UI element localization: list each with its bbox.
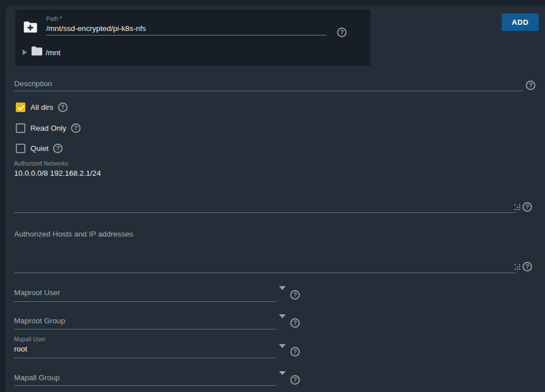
chevron-down-icon[interactable] (279, 371, 286, 375)
create-folder-icon (23, 20, 38, 36)
all-dirs-label: All dirs (30, 103, 54, 112)
maproot-user-select[interactable]: Maproot User (14, 286, 277, 302)
nfs-share-form-screen: Path * /mnt/ssd-encrypted/pi-k8s-nfs ? /… (0, 0, 545, 392)
maproot-user-help-icon[interactable]: ? (290, 290, 300, 300)
field-underline (14, 273, 516, 273)
authorized-networks-textarea[interactable]: Authorized Networks 10.0.0.0/8 192.168.2… (14, 159, 516, 213)
mapall-user-select[interactable]: Mapall User root (14, 335, 277, 358)
authorized-hosts-help-icon[interactable]: ? (522, 262, 532, 271)
question-glyph: ? (293, 292, 297, 298)
all-dirs-checkbox[interactable] (16, 103, 25, 112)
field-underline (14, 212, 516, 213)
tree-expander-icon[interactable] (23, 50, 27, 55)
read-only-checkbox[interactable] (16, 123, 25, 133)
authorized-networks-value: 10.0.0.0/8 192.168.2.1/24 (14, 169, 101, 177)
mapall-group-placeholder: Mapall Group (14, 373, 60, 382)
description-help-icon[interactable]: ? (526, 81, 535, 90)
mapall-user-label: Mapall User (14, 336, 46, 342)
maproot-group-placeholder: Maproot Group (14, 317, 65, 325)
question-glyph: ? (74, 125, 78, 131)
description-input[interactable]: Description (14, 75, 523, 91)
authorized-hosts-placeholder: Authorized Hosts and IP addresses (14, 230, 133, 238)
checkbox-row-read-only: Read Only ? (16, 123, 81, 133)
checkbox-row-all-dirs: All dirs ? (16, 102, 68, 112)
question-glyph: ? (56, 145, 60, 152)
folder-icon (30, 46, 43, 59)
mapall-user-value: root (14, 345, 27, 353)
maproot-group-select[interactable]: Maproot Group (14, 314, 277, 329)
tree-node-mnt[interactable]: /mnt (46, 48, 60, 57)
quiet-checkbox[interactable] (16, 144, 25, 153)
checkbox-row-quiet: Quiet ? (16, 143, 63, 153)
maproot-user-placeholder: Maproot User (14, 288, 60, 297)
quiet-label: Quiet (30, 144, 48, 153)
path-field-label: Path * (46, 16, 62, 22)
authorized-networks-help-icon[interactable]: ? (522, 202, 532, 212)
all-dirs-help-icon[interactable]: ? (58, 103, 68, 112)
read-only-label: Read Only (30, 124, 67, 132)
maproot-group-help-icon[interactable]: ? (290, 318, 300, 328)
question-glyph: ? (529, 82, 533, 88)
resize-grip[interactable] (515, 204, 521, 211)
mapall-group-help-icon[interactable]: ? (290, 375, 300, 385)
question-glyph: ? (293, 377, 297, 383)
question-glyph: ? (61, 104, 65, 110)
read-only-help-icon[interactable]: ? (71, 123, 81, 133)
question-glyph: ? (525, 204, 529, 210)
path-help-icon[interactable]: ? (337, 28, 347, 37)
question-glyph: ? (293, 320, 297, 326)
mapall-user-help-icon[interactable]: ? (290, 347, 300, 357)
question-glyph: ? (293, 349, 297, 355)
chevron-down-icon[interactable] (279, 286, 286, 290)
path-underline (46, 35, 326, 35)
chevron-down-icon[interactable] (279, 314, 286, 318)
chevron-down-icon[interactable] (279, 344, 286, 348)
path-input[interactable]: /mnt/ssd-encrypted/pi-k8s-nfs (46, 24, 146, 33)
question-glyph: ? (340, 29, 344, 35)
path-picker-card: Path * /mnt/ssd-encrypted/pi-k8s-nfs ? /… (15, 10, 370, 66)
add-button[interactable]: ADD (502, 14, 539, 31)
quiet-help-icon[interactable]: ? (53, 144, 63, 153)
mapall-group-select[interactable]: Mapall Group (14, 371, 277, 386)
resize-grip[interactable] (515, 264, 521, 270)
question-glyph: ? (525, 264, 529, 270)
description-placeholder: Description (14, 79, 52, 88)
authorized-networks-label: Authorized Networks (14, 161, 68, 167)
authorized-hosts-textarea[interactable]: Authorized Hosts and IP addresses (14, 228, 516, 273)
